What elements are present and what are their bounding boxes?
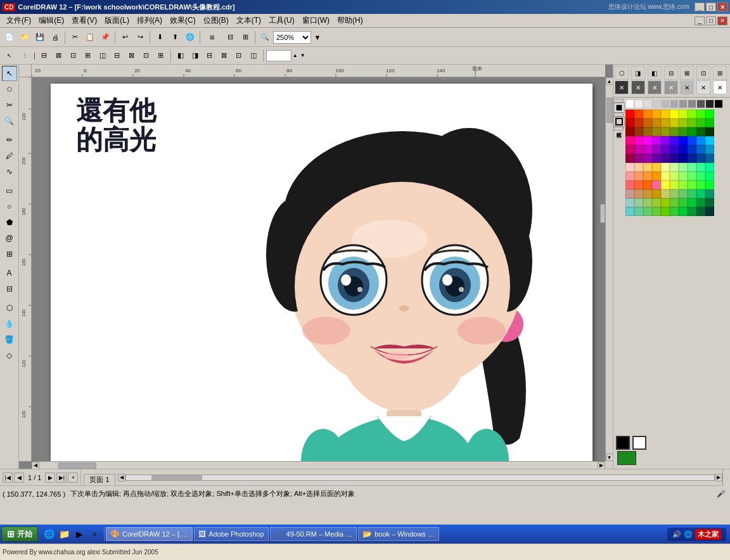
coord-btn-1[interactable]: ⊟ bbox=[37, 49, 51, 63]
color-gray1[interactable] bbox=[652, 99, 661, 108]
nudge-down[interactable]: ▼ bbox=[299, 49, 307, 63]
color-0-2[interactable] bbox=[643, 110, 652, 118]
select-tool[interactable]: ↖ bbox=[2, 66, 17, 81]
color-11-0[interactable] bbox=[625, 207, 634, 216]
right-icon-2[interactable]: ◨ bbox=[631, 66, 645, 80]
color-black[interactable] bbox=[714, 99, 723, 108]
app-close-button[interactable]: ✕ bbox=[717, 16, 727, 25]
color-1-9[interactable] bbox=[705, 118, 714, 127]
color-6-9[interactable] bbox=[705, 163, 714, 172]
text-tool[interactable]: A bbox=[2, 265, 17, 281]
publish-button[interactable]: 🌐 bbox=[183, 30, 197, 44]
color-11-6[interactable] bbox=[679, 207, 688, 216]
quicklaunch-folder[interactable]: 📁 bbox=[57, 527, 71, 541]
color-6-1[interactable] bbox=[634, 163, 643, 172]
prop-btn-1[interactable]: ↖ bbox=[3, 49, 16, 63]
right-icon-11[interactable]: ✕ bbox=[664, 80, 678, 94]
color-3-7[interactable] bbox=[688, 136, 696, 145]
color-1-7[interactable] bbox=[688, 118, 696, 127]
color-6-8[interactable] bbox=[696, 163, 705, 172]
horizontal-scrollbar[interactable]: ◀ ▶ bbox=[32, 461, 605, 469]
color-white[interactable] bbox=[625, 99, 634, 108]
scroll-up-button[interactable]: ▲ bbox=[606, 77, 613, 85]
size-btn-1[interactable]: ◧ bbox=[174, 49, 188, 63]
color-11-1[interactable] bbox=[634, 207, 643, 216]
color-darkgray[interactable] bbox=[696, 99, 705, 108]
scroll-right-button[interactable]: ▶ bbox=[598, 462, 605, 469]
color-0-8[interactable] bbox=[696, 110, 705, 118]
color-4-9[interactable] bbox=[705, 145, 714, 154]
drawing-page[interactable]: 還有他 的高光 bbox=[51, 84, 592, 461]
coord-btn-7[interactable]: ⊠ bbox=[125, 49, 139, 63]
color-2-3[interactable] bbox=[652, 127, 661, 136]
interactive-tool[interactable]: ⬡ bbox=[2, 300, 17, 315]
color-5-0[interactable] bbox=[625, 154, 634, 163]
scroll-h-track[interactable] bbox=[39, 462, 598, 469]
right-icon-6[interactable]: ⊡ bbox=[696, 66, 710, 80]
color-7-6[interactable] bbox=[679, 172, 688, 181]
color-10-6[interactable] bbox=[679, 198, 688, 207]
scroll-v-thumb[interactable] bbox=[606, 98, 613, 123]
color-10-4[interactable] bbox=[661, 198, 670, 207]
color-0-0[interactable] bbox=[625, 110, 634, 118]
color-gray5[interactable] bbox=[688, 99, 696, 108]
color-lightgray1[interactable] bbox=[634, 99, 643, 108]
export-button[interactable]: ⬆ bbox=[168, 30, 182, 44]
color-8-3[interactable] bbox=[652, 181, 661, 189]
paste-button[interactable]: 📌 bbox=[98, 30, 112, 44]
right-icon-8[interactable]: ✕ bbox=[615, 80, 629, 94]
cut-button[interactable]: ✂ bbox=[68, 30, 82, 44]
close-button[interactable]: ✕ bbox=[717, 3, 727, 11]
right-icon-3[interactable]: ◧ bbox=[648, 66, 662, 80]
graph-tool[interactable]: ⊞ bbox=[2, 246, 17, 262]
polygon-tool[interactable]: ⬟ bbox=[2, 215, 17, 230]
coord-btn-5[interactable]: ◫ bbox=[96, 49, 110, 63]
color-5-4[interactable] bbox=[661, 154, 670, 163]
import-button[interactable]: ⬇ bbox=[153, 30, 167, 44]
color-3-0[interactable] bbox=[625, 136, 634, 145]
table-tool[interactable]: ⊟ bbox=[2, 281, 17, 296]
quicklaunch-arrow[interactable]: » bbox=[87, 527, 101, 541]
color-11-3[interactable] bbox=[652, 207, 661, 216]
menu-edit[interactable]: 编辑(E) bbox=[35, 14, 68, 27]
zoom-in-button[interactable]: 🔍 bbox=[258, 30, 272, 44]
color-3-1[interactable] bbox=[634, 136, 643, 145]
color-6-2[interactable] bbox=[643, 163, 652, 172]
color-8-2[interactable] bbox=[643, 181, 652, 189]
color-gray4[interactable] bbox=[679, 99, 688, 108]
minimize-button[interactable]: _ bbox=[695, 3, 705, 11]
color-0-3[interactable] bbox=[652, 110, 661, 118]
h-scroll-thumb2[interactable] bbox=[151, 475, 202, 480]
color-2-8[interactable] bbox=[696, 127, 705, 136]
right-icon-7[interactable]: ⊞ bbox=[713, 66, 727, 80]
color-1-4[interactable] bbox=[661, 118, 670, 127]
taskbar-windows[interactable]: 📂 book – Windows … bbox=[358, 527, 439, 541]
color-5-3[interactable] bbox=[652, 154, 661, 163]
undo-button[interactable]: ↩ bbox=[118, 30, 132, 44]
color-gray3[interactable] bbox=[670, 99, 679, 108]
color-5-5[interactable] bbox=[670, 154, 679, 163]
color-7-0[interactable] bbox=[625, 172, 634, 181]
coord-btn-2[interactable]: ⊠ bbox=[52, 49, 66, 63]
canvas-content[interactable]: 還有他 的高光 bbox=[32, 77, 605, 461]
first-page-button[interactable]: |◀ bbox=[3, 473, 13, 483]
color-0-9[interactable] bbox=[705, 110, 714, 118]
zoom-dropdown[interactable]: 250% 100% 200% bbox=[273, 31, 311, 44]
menu-view[interactable]: 查看(V) bbox=[68, 14, 101, 27]
color-9-4[interactable] bbox=[661, 189, 670, 198]
color-7-7[interactable] bbox=[688, 172, 696, 181]
color-8-6[interactable] bbox=[679, 181, 688, 189]
palette-label-3[interactable]: 搭配晒 bbox=[613, 127, 624, 130]
print-button[interactable]: 🖨 bbox=[48, 30, 62, 44]
color-10-2[interactable] bbox=[643, 198, 652, 207]
color-0-1[interactable] bbox=[634, 110, 643, 118]
color-1-1[interactable] bbox=[634, 118, 643, 127]
color-4-6[interactable] bbox=[679, 145, 688, 154]
menu-bitmap[interactable]: 位图(B) bbox=[200, 14, 233, 27]
size-btn-2[interactable]: ◨ bbox=[188, 49, 202, 63]
coord-btn-9[interactable]: ⊞ bbox=[154, 49, 168, 63]
current-fill-color[interactable] bbox=[616, 436, 630, 450]
maximize-button[interactable]: □ bbox=[706, 3, 716, 11]
color-3-2[interactable] bbox=[643, 136, 652, 145]
color-9-6[interactable] bbox=[679, 189, 688, 198]
